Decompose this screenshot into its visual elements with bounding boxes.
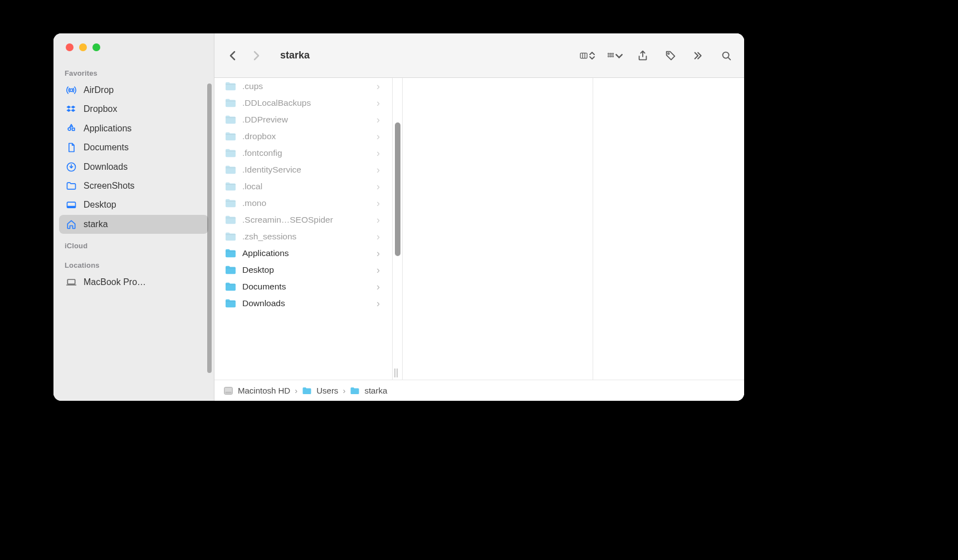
chevron-down-icon — [615, 50, 623, 62]
chevron-right-icon: › — [377, 248, 380, 258]
sidebar-item-screenshots[interactable]: ScreenShots — [59, 176, 208, 195]
svg-rect-3 — [67, 205, 76, 207]
svg-rect-10 — [610, 56, 611, 57]
view-columns-button[interactable] — [579, 48, 595, 63]
sidebar: Favorites AirDrop Dropbox Applications — [53, 33, 214, 401]
toolbar-actions — [579, 48, 734, 63]
sidebar-item-label: MacBook Pro… — [84, 276, 146, 288]
sidebar-item-documents[interactable]: Documents — [59, 138, 208, 157]
chevron-right-icon: › — [377, 298, 380, 308]
file-row[interactable]: .Screamin…SEOSpider› — [214, 212, 392, 228]
toolbar: starka — [214, 33, 744, 78]
resize-handle-icon[interactable] — [394, 369, 398, 377]
main-pane: starka — [214, 33, 744, 401]
column-divider[interactable] — [393, 78, 403, 380]
home-icon — [65, 218, 78, 230]
chevron-right-icon: › — [377, 282, 380, 292]
file-label: .Screamin…SEOSpider — [242, 215, 371, 225]
folder-icon — [302, 386, 312, 396]
sidebar-item-label: Desktop — [84, 199, 116, 211]
airdrop-icon — [65, 84, 78, 96]
file-row[interactable]: .local› — [214, 178, 392, 195]
path-segment[interactable]: Macintosh HD — [223, 386, 290, 396]
path-segment[interactable]: starka — [350, 386, 387, 396]
file-label: .DDPreview — [242, 115, 371, 125]
chevron-right-icon: › — [295, 386, 297, 395]
path-label: Users — [316, 386, 338, 395]
file-row[interactable]: .dropbox› — [214, 128, 392, 145]
file-label: Applications — [242, 248, 371, 258]
file-row[interactable]: .DDLocalBackups› — [214, 95, 392, 111]
sidebar-item-dropbox[interactable]: Dropbox — [59, 100, 208, 119]
column-3[interactable] — [593, 78, 744, 380]
sidebar-item-macbook[interactable]: MacBook Pro… — [59, 273, 208, 292]
file-row[interactable]: .cups› — [214, 78, 392, 95]
svg-rect-11 — [612, 56, 613, 57]
folder-icon — [224, 165, 237, 175]
sidebar-item-label: AirDrop — [84, 84, 114, 96]
group-button[interactable] — [607, 48, 623, 63]
column-1[interactable]: .cups›.DDLocalBackups›.DDPreview›.dropbo… — [214, 78, 393, 380]
chevron-right-icon: › — [377, 165, 380, 175]
forward-button[interactable] — [248, 47, 265, 64]
path-label: Macintosh HD — [238, 386, 290, 395]
sidebar-item-applications[interactable]: Applications — [59, 119, 208, 138]
zoom-window-button[interactable] — [92, 43, 100, 51]
file-row[interactable]: Documents› — [214, 278, 392, 295]
overflow-button[interactable] — [691, 48, 706, 63]
back-button[interactable] — [224, 47, 241, 64]
nav-buttons — [224, 47, 265, 64]
sidebar-item-label: Documents — [84, 141, 129, 154]
file-label: .fontconfig — [242, 148, 371, 158]
column-scrollbar[interactable] — [395, 122, 400, 256]
folder-icon — [224, 198, 237, 208]
window-title: starka — [280, 50, 310, 61]
file-row[interactable]: Applications› — [214, 245, 392, 262]
finder-window: Favorites AirDrop Dropbox Applications — [53, 33, 744, 401]
file-row[interactable]: .fontconfig› — [214, 145, 392, 161]
sidebar-item-downloads[interactable]: Downloads — [59, 158, 208, 176]
sidebar-item-home[interactable]: starka — [59, 215, 208, 234]
file-label: .DDLocalBackups — [242, 98, 371, 108]
folder-icon — [350, 386, 360, 396]
path-bar: Macintosh HD›Users›starka — [214, 380, 744, 401]
sidebar-item-desktop[interactable]: Desktop — [59, 195, 208, 214]
folder-icon — [65, 180, 78, 192]
sidebar-scrollbar[interactable] — [207, 83, 212, 373]
file-row[interactable]: Downloads› — [214, 295, 392, 312]
search-button[interactable] — [718, 48, 734, 63]
svg-rect-8 — [612, 53, 613, 54]
sidebar-item-label: Applications — [84, 122, 131, 135]
folder-icon — [224, 265, 237, 275]
folder-icon — [224, 131, 237, 141]
file-row[interactable]: .zsh_sessions› — [214, 228, 392, 245]
sidebar-section-locations: Locations — [59, 253, 208, 273]
file-row[interactable]: .IdentityService› — [214, 161, 392, 178]
svg-rect-6 — [608, 53, 609, 54]
folder-icon — [224, 81, 237, 91]
file-label: .local — [242, 181, 371, 191]
path-segment[interactable]: Users — [302, 386, 338, 396]
chevron-right-icon: › — [377, 115, 380, 125]
svg-rect-5 — [580, 53, 587, 58]
file-row[interactable]: .mono› — [214, 195, 392, 212]
folder-icon — [224, 298, 237, 308]
file-label: .zsh_sessions — [242, 232, 371, 242]
sidebar-scroll: Favorites AirDrop Dropbox Applications — [53, 61, 214, 401]
file-row[interactable]: .DDPreview› — [214, 111, 392, 128]
file-label: Documents — [242, 282, 371, 292]
folder-icon — [224, 248, 237, 258]
minimize-window-button[interactable] — [79, 43, 87, 51]
tags-button[interactable] — [663, 48, 678, 63]
share-button[interactable] — [635, 48, 651, 63]
documents-icon — [65, 141, 78, 154]
close-window-button[interactable] — [66, 43, 74, 51]
folder-icon — [224, 148, 237, 158]
downloads-icon — [65, 161, 78, 173]
sidebar-item-airdrop[interactable]: AirDrop — [59, 81, 208, 100]
chevron-right-icon: › — [377, 131, 380, 141]
file-row[interactable]: Desktop› — [214, 262, 392, 278]
file-label: Downloads — [242, 298, 371, 308]
column-2[interactable] — [403, 78, 593, 380]
applications-icon — [65, 122, 78, 135]
